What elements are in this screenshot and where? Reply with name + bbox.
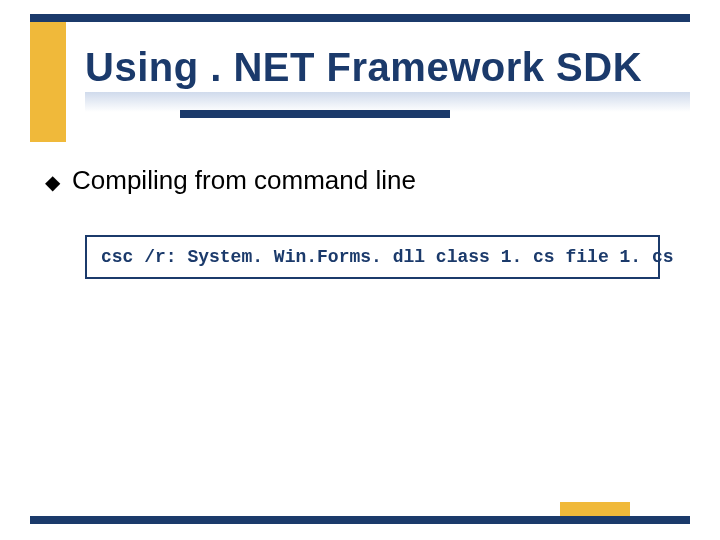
- bottom-rule: [30, 516, 690, 524]
- header-accent-block: [30, 22, 66, 142]
- title-container: Using . NET Framework SDK: [85, 45, 690, 112]
- bottom-accent-block: [560, 502, 630, 516]
- slide-title: Using . NET Framework SDK: [85, 45, 642, 94]
- bullet-glyph-icon: ◆: [45, 172, 60, 192]
- bullet-text: Compiling from command line: [72, 165, 416, 196]
- bullet-item: ◆ Compiling from command line: [45, 165, 690, 196]
- top-rule: [30, 14, 690, 22]
- title-rule: [180, 110, 450, 118]
- title-gradient-underline: [85, 92, 690, 112]
- code-line: csc /r: System. Win.Forms. dll class 1. …: [101, 247, 644, 267]
- code-box: csc /r: System. Win.Forms. dll class 1. …: [85, 235, 660, 279]
